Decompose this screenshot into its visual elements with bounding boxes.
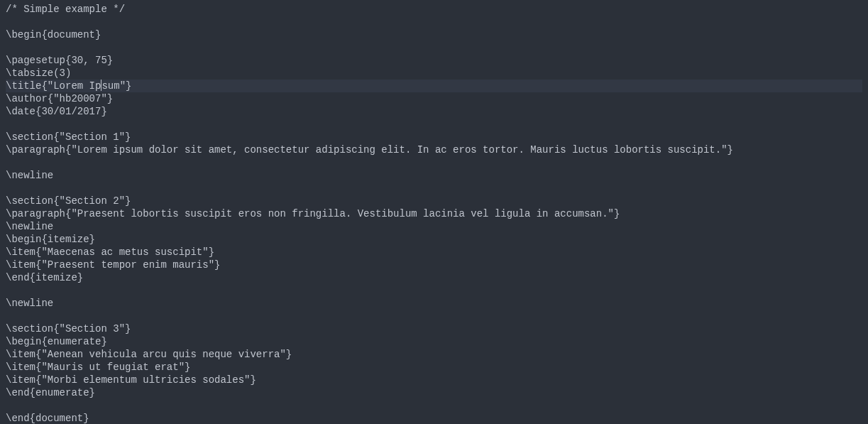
code-line[interactable]: \newline (6, 220, 862, 233)
code-line[interactable]: \title{"Lorem Ipsum"} (6, 80, 862, 92)
code-line[interactable]: \end{itemize} (6, 271, 862, 284)
code-line[interactable] (6, 118, 862, 131)
code-line[interactable]: \item{"Aenean vehicula arcu quis neque v… (6, 348, 862, 361)
code-text: \title{"Lorem Ip (6, 80, 101, 92)
code-line[interactable]: \end{document} (6, 412, 862, 424)
code-line[interactable]: \section{"Section 1"} (6, 131, 862, 143)
code-line[interactable] (6, 156, 862, 169)
code-line[interactable]: \paragraph{"Praesent lobortis suscipit e… (6, 207, 862, 220)
code-line[interactable]: \tabsize(3) (6, 67, 862, 80)
code-line[interactable] (6, 182, 862, 195)
code-line[interactable]: \newline (6, 297, 862, 310)
code-line[interactable]: \item{"Mauris ut feugiat erat"} (6, 361, 862, 374)
text-cursor (101, 80, 101, 91)
code-line[interactable]: \end{enumerate} (6, 386, 862, 399)
code-line[interactable]: \date{30/01/2017} (6, 105, 862, 118)
code-line[interactable] (6, 310, 862, 322)
code-line[interactable]: \begin{enumerate} (6, 335, 862, 348)
code-line[interactable] (6, 284, 862, 297)
code-line[interactable]: /* Simple example */ (6, 3, 862, 16)
code-line[interactable]: \pagesetup{30, 75} (6, 54, 862, 67)
code-line[interactable]: \newline (6, 169, 862, 182)
code-line[interactable]: \section{"Section 2"} (6, 195, 862, 207)
code-line[interactable]: \item{"Maecenas ac metus suscipit"} (6, 246, 862, 259)
code-line[interactable]: \begin{document} (6, 28, 862, 41)
code-line[interactable]: \item{"Praesent tempor enim mauris"} (6, 259, 862, 271)
code-line[interactable] (6, 399, 862, 412)
code-line[interactable]: \section{"Section 3"} (6, 322, 862, 335)
code-line[interactable] (6, 41, 862, 54)
code-editor[interactable]: /* Simple example */\begin{document}\pag… (6, 3, 862, 424)
code-line[interactable] (6, 16, 862, 28)
code-line[interactable]: \paragraph{"Lorem ipsum dolor sit amet, … (6, 143, 862, 156)
code-line[interactable]: \begin{itemize} (6, 233, 862, 246)
code-line[interactable]: \item{"Morbi elementum ultricies sodales… (6, 374, 862, 386)
code-text: sum"} (101, 80, 131, 92)
code-line[interactable]: \author{"hb20007"} (6, 92, 862, 105)
